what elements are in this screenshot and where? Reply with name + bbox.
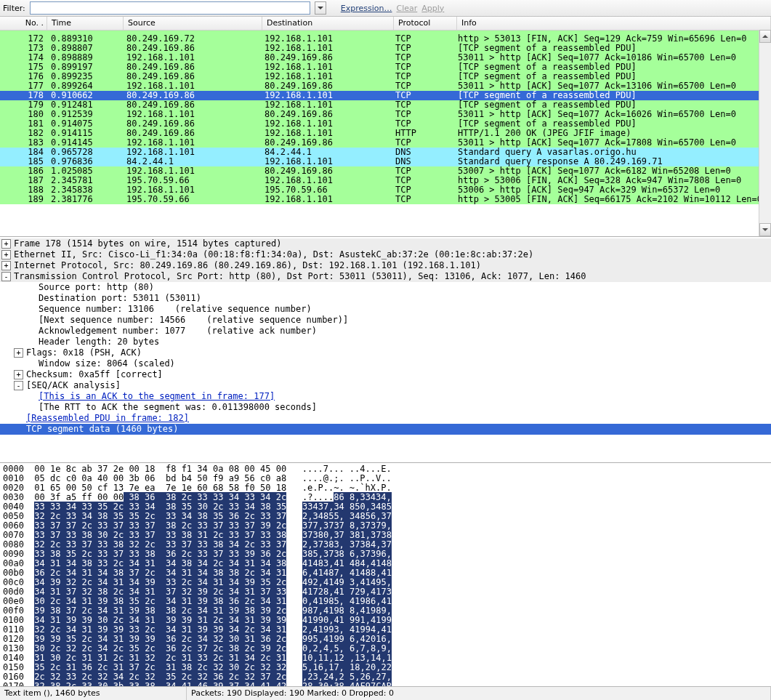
packet-row[interactable]: 1760.89923580.249.169.86192.168.1.101TCP… bbox=[0, 72, 771, 81]
packet-row[interactable]: 1882.345838192.168.1.101195.70.59.66TCP5… bbox=[0, 185, 771, 195]
tree-node-label: Ethernet II, Src: Cisco-Li_f1:34:0a (00:… bbox=[14, 249, 533, 260]
filter-dropdown-button[interactable] bbox=[315, 1, 326, 15]
expression-link[interactable]: Expression… bbox=[341, 4, 392, 13]
col-destination[interactable]: Destination bbox=[262, 17, 394, 30]
tree-node[interactable]: +Ethernet II, Src: Cisco-Li_f1:34:0a (00… bbox=[0, 249, 771, 260]
packet-details-pane[interactable]: +Frame 178 (1514 bytes on wire, 1514 byt… bbox=[0, 237, 771, 463]
tree-node[interactable]: Source port: http (80) bbox=[0, 282, 771, 293]
col-no[interactable]: No. . bbox=[0, 17, 47, 30]
packet-row[interactable]: 1740.898889192.168.1.10180.249.169.86TCP… bbox=[0, 53, 771, 63]
tree-node-label: Window size: 8064 (scaled) bbox=[39, 358, 175, 369]
tree-node[interactable]: [Reassembled PDU in frame: 182] bbox=[0, 413, 771, 424]
apply-link[interactable]: Apply bbox=[421, 4, 444, 13]
packet-row[interactable]: 1820.91411580.249.169.86192.168.1.101HTT… bbox=[0, 129, 771, 138]
tree-node-label: Destination port: 53011 (53011) bbox=[39, 293, 201, 304]
tree-node[interactable]: +Frame 178 (1514 bytes on wire, 1514 byt… bbox=[0, 238, 771, 249]
tree-node[interactable]: [The RTT to ACK the segment was: 0.01139… bbox=[0, 402, 771, 413]
tree-node-label: Checksum: 0xa5ff [correct] bbox=[26, 369, 163, 380]
packet-row[interactable]: 1872.345781195.70.59.66192.168.1.101TCPh… bbox=[0, 176, 771, 185]
tree-node-label: Frame 178 (1514 bytes on wire, 1514 byte… bbox=[14, 238, 281, 249]
tree-node[interactable]: [This is an ACK to the segment in frame:… bbox=[0, 391, 771, 402]
filter-input[interactable] bbox=[30, 1, 310, 15]
filter-toolbar: Filter: Expression… Clear Apply bbox=[0, 0, 771, 17]
status-packets: Packets: 190 Displayed: 190 Marked: 0 Dr… bbox=[187, 687, 771, 700]
tree-node-label: Transmission Control Protocol, Src Port:… bbox=[14, 271, 586, 282]
tree-node-label: Header length: 20 bytes bbox=[39, 337, 159, 347]
packet-list-header: No. . Time Source Destination Protocol I… bbox=[0, 17, 771, 31]
status-left: Text item (), 1460 bytes bbox=[0, 687, 187, 700]
col-time[interactable]: Time bbox=[47, 17, 124, 30]
packet-bytes-pane[interactable]: 0000 00 1e 8c ab 37 2e 00 18 f8 f1 34 0a… bbox=[0, 463, 771, 686]
packet-list-scrollbar[interactable] bbox=[759, 30, 771, 236]
tree-node-label: TCP segment data (1460 bytes) bbox=[0, 424, 771, 435]
packet-row[interactable]: 1780.91066280.249.169.86192.168.1.101TCP… bbox=[0, 91, 771, 100]
packet-row[interactable]: 1810.91407580.249.169.86192.168.1.101TCP… bbox=[0, 119, 771, 129]
tree-node[interactable]: -Transmission Control Protocol, Src Port… bbox=[0, 271, 771, 282]
expand-icon[interactable]: + bbox=[14, 348, 23, 358]
tree-node[interactable]: Header length: 20 bytes bbox=[0, 337, 771, 347]
chevron-down-icon bbox=[762, 227, 768, 233]
tree-node-label: [Next sequence number: 14566 (relative s… bbox=[39, 315, 348, 326]
status-bar: Text item (), 1460 bytes Packets: 190 Di… bbox=[0, 686, 771, 700]
tree-node[interactable]: +Checksum: 0xa5ff [correct] bbox=[0, 369, 771, 380]
tree-node-label: Source port: http (80) bbox=[39, 282, 154, 293]
packet-row[interactable]: 1840.965728192.168.1.10184.2.44.1DNSStan… bbox=[0, 148, 771, 157]
tree-node-label: [The RTT to ACK the segment was: 0.01139… bbox=[39, 402, 317, 413]
clear-link[interactable]: Clear bbox=[396, 4, 417, 13]
expand-icon[interactable]: + bbox=[1, 261, 11, 270]
tree-node[interactable]: Window size: 8064 (scaled) bbox=[0, 358, 771, 369]
col-source[interactable]: Source bbox=[124, 17, 262, 30]
tree-node-label: [This is an ACK to the segment in frame:… bbox=[39, 391, 275, 402]
tree-node-label: [Reassembled PDU in frame: 182] bbox=[26, 413, 189, 424]
tree-node[interactable]: Acknowledgement number: 1077 (relative a… bbox=[0, 326, 771, 337]
scroll-up-button[interactable] bbox=[759, 30, 771, 43]
packet-row[interactable]: 1720.88931080.249.169.72192.168.1.101TCP… bbox=[0, 34, 771, 44]
packet-rows[interactable]: 1720.88931080.249.169.72192.168.1.101TCP… bbox=[0, 31, 771, 236]
col-protocol[interactable]: Protocol bbox=[394, 17, 457, 30]
packet-row[interactable]: 1790.91248180.249.169.86192.168.1.101TCP… bbox=[0, 100, 771, 110]
packet-row[interactable]: 1750.89919780.249.169.86192.168.1.101TCP… bbox=[0, 63, 771, 72]
packet-row[interactable]: 1730.89880780.249.169.86192.168.1.101TCP… bbox=[0, 44, 771, 53]
packet-list-pane: No. . Time Source Destination Protocol I… bbox=[0, 17, 771, 237]
chevron-up-icon bbox=[762, 33, 768, 39]
collapse-icon[interactable]: - bbox=[14, 381, 23, 390]
packet-row[interactable]: 1830.914145192.168.1.10180.249.169.86TCP… bbox=[0, 138, 771, 148]
col-info[interactable]: Info bbox=[457, 17, 771, 30]
scroll-down-button[interactable] bbox=[759, 223, 771, 236]
tree-node[interactable]: Destination port: 53011 (53011) bbox=[0, 293, 771, 304]
expand-icon[interactable]: + bbox=[14, 370, 23, 379]
tree-node[interactable]: [Next sequence number: 14566 (relative s… bbox=[0, 315, 771, 326]
tree-node[interactable]: TCP segment data (1460 bytes) bbox=[0, 424, 771, 435]
tree-node-label: Sequence number: 13106 (relative sequenc… bbox=[39, 304, 312, 315]
packet-row[interactable]: 1770.899264192.168.1.10180.249.169.86TCP… bbox=[0, 81, 771, 91]
filter-label: Filter: bbox=[3, 4, 25, 13]
tree-node-label: Acknowledgement number: 1077 (relative a… bbox=[39, 326, 317, 337]
tree-node-label: [SEQ/ACK analysis] bbox=[26, 380, 121, 391]
packet-row[interactable]: 1800.912539192.168.1.10180.249.169.86TCP… bbox=[0, 110, 771, 119]
packet-row[interactable]: 1892.381776195.70.59.66192.168.1.101TCPh… bbox=[0, 195, 771, 204]
tree-node-label: Flags: 0x18 (PSH, ACK) bbox=[26, 347, 142, 358]
tree-node[interactable]: Sequence number: 13106 (relative sequenc… bbox=[0, 304, 771, 315]
chevron-down-icon bbox=[318, 5, 323, 11]
collapse-icon[interactable]: - bbox=[1, 272, 11, 281]
packet-row[interactable]: 1850.97683684.2.44.1192.168.1.101DNSStan… bbox=[0, 157, 771, 166]
expand-icon[interactable]: + bbox=[1, 250, 11, 260]
tree-node[interactable]: -[SEQ/ACK analysis] bbox=[0, 380, 771, 391]
packet-row[interactable]: 1861.025085192.168.1.10180.249.169.86TCP… bbox=[0, 166, 771, 176]
tree-node[interactable]: +Internet Protocol, Src: 80.249.169.86 (… bbox=[0, 260, 771, 271]
expand-icon[interactable]: + bbox=[1, 239, 11, 249]
tree-node[interactable]: +Flags: 0x18 (PSH, ACK) bbox=[0, 347, 771, 358]
tree-node-label: Internet Protocol, Src: 80.249.169.86 (8… bbox=[14, 260, 481, 271]
